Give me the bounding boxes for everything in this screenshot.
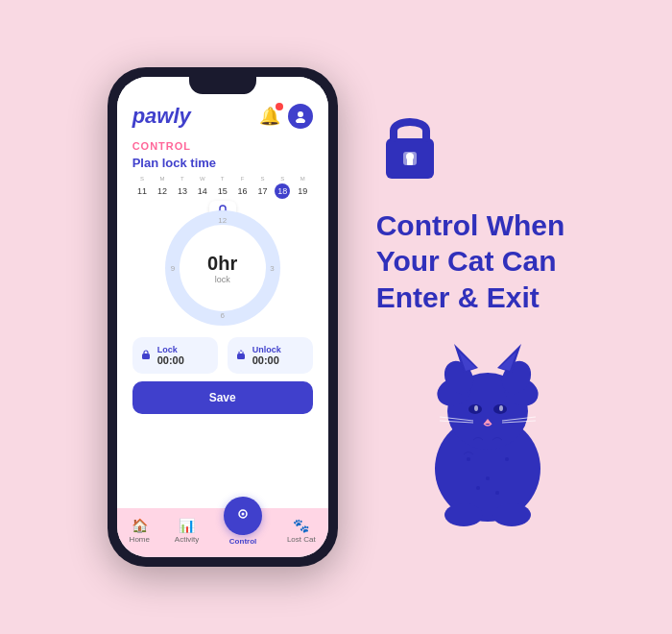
- tagline: Control When Your Cat Can Enter & Exit: [376, 207, 565, 316]
- nav-activity[interactable]: 📊 Activity: [175, 518, 199, 544]
- cal-day-6[interactable]: F 16: [232, 176, 252, 199]
- phone-outer: pawly 🔔: [108, 67, 338, 567]
- app-logo: pawly: [132, 104, 191, 129]
- cal-day-8-selected[interactable]: S 18: [273, 176, 293, 199]
- svg-rect-4: [142, 354, 150, 359]
- cal-day-7[interactable]: S 17: [252, 176, 273, 199]
- control-icon: [234, 505, 252, 526]
- nav-home[interactable]: 🏠 Home: [130, 518, 150, 544]
- phone-screen: pawly 🔔: [117, 77, 328, 557]
- lock-btn-label: Lock: [157, 345, 184, 354]
- nav-home-label: Home: [130, 535, 150, 544]
- nav-lostcat[interactable]: 🐾 Lost Cat: [287, 518, 316, 544]
- cal-day-4[interactable]: W 14: [192, 176, 212, 199]
- bell-button[interactable]: 🔔: [259, 106, 280, 127]
- lock-btn-value: 00:00: [157, 354, 184, 366]
- svg-point-0: [298, 111, 303, 117]
- svg-point-1: [296, 118, 305, 123]
- user-avatar[interactable]: [288, 104, 313, 129]
- nav-activity-label: Activity: [175, 535, 199, 544]
- phone-notch: [189, 77, 256, 94]
- lostcat-icon: 🐾: [293, 518, 309, 533]
- svg-point-36: [476, 486, 480, 490]
- svg-point-34: [486, 476, 490, 480]
- cal-day-3[interactable]: T 13: [172, 176, 192, 199]
- tagline-line3: Enter & Exit: [376, 280, 565, 316]
- cal-day-2[interactable]: M 12: [153, 176, 173, 199]
- svg-point-37: [495, 491, 499, 495]
- notification-badge: [276, 103, 283, 110]
- tagline-line1: Control When: [376, 207, 565, 244]
- cat-illustration: [411, 334, 564, 526]
- control-section: CONTROL Plan lock time S 11 M 12: [117, 136, 328, 508]
- clock-display: 0hr lock: [180, 225, 266, 311]
- clock-time: 0hr: [207, 253, 237, 275]
- right-side: Control When Your Cat Can Enter & Exit: [367, 108, 565, 527]
- cal-day-5[interactable]: T 15: [212, 176, 232, 199]
- control-circle: [224, 497, 262, 535]
- header-icons: 🔔: [259, 104, 313, 129]
- svg-point-35: [505, 457, 509, 461]
- clock-container: 12 3 6 9 0hr lock: [132, 210, 313, 326]
- svg-rect-5: [237, 354, 245, 359]
- lock-icon-large: [376, 108, 444, 188]
- main-container: pawly 🔔: [0, 0, 672, 634]
- nav-control-label: Control: [229, 537, 256, 546]
- section-label: CONTROL: [132, 140, 313, 152]
- save-button[interactable]: Save: [132, 381, 313, 414]
- nav-control[interactable]: Control: [224, 516, 262, 546]
- lock-time-button[interactable]: Lock 00:00: [132, 337, 218, 374]
- svg-point-32: [492, 503, 531, 526]
- svg-rect-11: [407, 158, 413, 165]
- bottom-nav: 🏠 Home 📊 Activity: [117, 508, 328, 557]
- activity-icon: 📊: [179, 518, 195, 533]
- time-buttons: Lock 00:00: [132, 337, 313, 374]
- calendar-row: S 11 M 12 T 13: [132, 176, 313, 199]
- svg-point-7: [242, 513, 245, 516]
- unlock-btn-value: 00:00: [252, 354, 281, 366]
- svg-point-25: [499, 405, 503, 411]
- lock-icon: [140, 349, 152, 363]
- nav-lostcat-label: Lost Cat: [287, 535, 316, 544]
- unlock-btn-label: Unlock: [252, 345, 281, 354]
- cal-day-1[interactable]: S 11: [132, 176, 153, 199]
- unlock-icon: [235, 349, 247, 363]
- home-icon: 🏠: [132, 518, 148, 533]
- plan-lock-title: Plan lock time: [132, 156, 313, 170]
- tagline-line2: Your Cat Can: [376, 243, 565, 280]
- cal-day-9[interactable]: M 19: [293, 176, 313, 199]
- phone-wrapper: pawly 🔔: [108, 67, 338, 567]
- svg-point-33: [467, 457, 470, 461]
- svg-point-24: [474, 405, 478, 411]
- clock-circle: 12 3 6 9 0hr lock: [165, 210, 280, 326]
- clock-label: lock: [215, 275, 230, 284]
- phone-screen-content: pawly 🔔: [117, 77, 328, 557]
- unlock-time-button[interactable]: Unlock 00:00: [228, 337, 313, 374]
- svg-point-31: [444, 503, 483, 526]
